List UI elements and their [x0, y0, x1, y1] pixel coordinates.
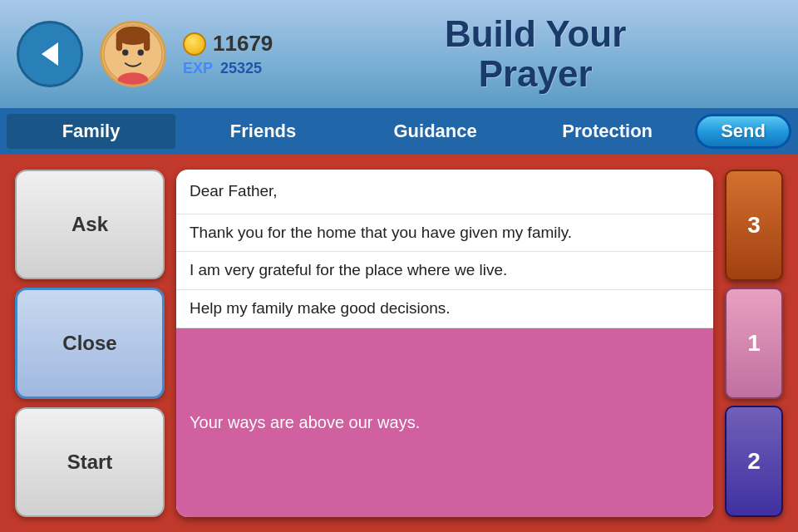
title-line1: Build Your	[445, 13, 626, 54]
tab-guidance[interactable]: Guidance	[351, 114, 520, 149]
send-button[interactable]: Send	[695, 114, 791, 149]
main-content: Ask Close Start Dear Father, Thank you f…	[0, 155, 798, 532]
number-1-button[interactable]: 1	[725, 288, 783, 399]
close-button[interactable]: Close	[15, 288, 165, 399]
avatar-image	[102, 21, 164, 87]
coins-value: 11679	[213, 31, 273, 57]
stats-panel: 11679 EXP 25325	[183, 31, 273, 77]
tab-friends[interactable]: Friends	[179, 114, 347, 149]
prayer-line-2: I am very grateful for the place where w…	[176, 252, 713, 290]
back-button[interactable]	[17, 21, 83, 87]
avatar	[100, 21, 166, 87]
prayer-line-3: Help my family make good decisions.	[176, 290, 713, 328]
right-panel: 3 1 2	[725, 170, 783, 517]
svg-point-6	[138, 49, 144, 55]
svg-point-5	[122, 49, 128, 55]
prayer-line-0: Dear Father,	[176, 170, 713, 214]
svg-rect-4	[144, 36, 150, 52]
svg-point-7	[118, 72, 149, 87]
svg-rect-3	[116, 36, 122, 52]
exp-display: EXP 25325	[183, 60, 273, 77]
number-3-button[interactable]: 3	[725, 170, 783, 281]
prayer-text-panel: Dear Father, Thank you for the home that…	[176, 170, 713, 517]
tabs-bar: Family Friends Guidance Protection Send	[0, 108, 798, 155]
left-panel: Ask Close Start	[15, 170, 165, 517]
svg-marker-0	[42, 42, 58, 66]
prayer-line-highlight: Your ways are above our ways.	[176, 328, 713, 517]
tab-protection[interactable]: Protection	[523, 114, 692, 149]
page-title: Build Your Prayer	[289, 14, 781, 95]
prayer-line-1: Thank you for the home that you have giv…	[176, 214, 713, 253]
coins-display: 11679	[183, 31, 273, 57]
start-button[interactable]: Start	[15, 407, 165, 517]
ask-button[interactable]: Ask	[15, 170, 165, 279]
exp-label: EXP	[183, 60, 213, 76]
exp-value: 25325	[220, 60, 262, 76]
arrow-left-icon	[33, 37, 66, 71]
number-2-button[interactable]: 2	[725, 406, 783, 517]
coin-icon	[183, 32, 206, 56]
tab-family[interactable]: Family	[7, 114, 175, 149]
title-text: Build Your Prayer	[289, 14, 781, 95]
header: 11679 EXP 25325 Build Your Prayer	[0, 0, 798, 108]
title-line2: Prayer	[479, 53, 593, 94]
